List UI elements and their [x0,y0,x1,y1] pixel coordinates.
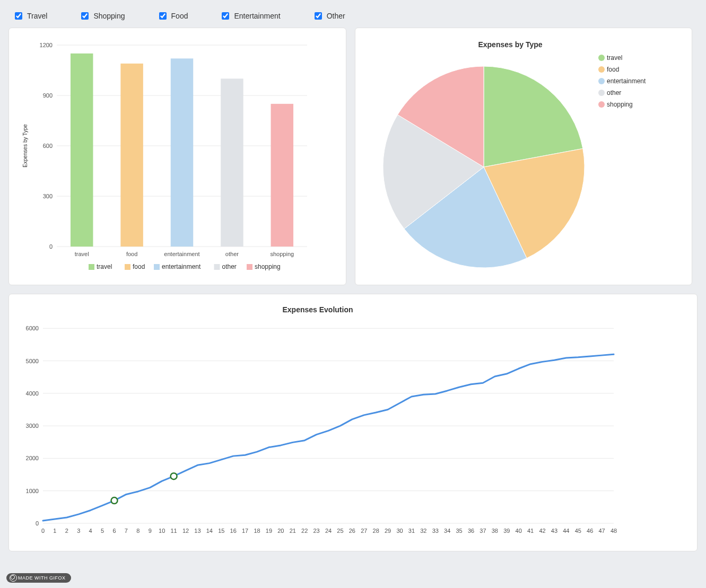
svg-text:37: 37 [480,528,486,534]
svg-text:1200: 1200 [40,42,53,48]
svg-text:food: food [607,66,619,73]
svg-point-107 [171,473,177,479]
svg-text:7: 7 [125,528,128,534]
svg-rect-27 [214,264,220,270]
filter-label: Entertainment [234,12,280,20]
svg-text:45: 45 [575,528,581,534]
svg-text:43: 43 [551,528,557,534]
svg-text:Expenses by Type: Expenses by Type [22,124,28,168]
svg-text:10: 10 [159,528,165,534]
svg-point-40 [598,101,605,108]
filter-label: Shopping [93,12,125,20]
svg-text:0: 0 [49,243,53,250]
filter-label: Other [327,12,345,20]
svg-text:shopping: shopping [270,251,294,257]
svg-text:40: 40 [516,528,522,534]
svg-text:5: 5 [101,528,104,534]
svg-text:3: 3 [77,528,80,534]
svg-rect-15 [171,58,193,247]
svg-text:29: 29 [385,528,391,534]
svg-text:33: 33 [432,528,439,534]
svg-text:0: 0 [41,528,45,534]
svg-point-34 [598,66,605,73]
filter-label: Food [171,12,188,20]
filter-travel[interactable]: Travel [13,11,47,21]
svg-text:900: 900 [43,92,53,99]
svg-text:30: 30 [396,528,403,534]
svg-text:44: 44 [563,528,569,534]
svg-rect-13 [120,64,143,247]
filter-food[interactable]: Food [157,11,188,21]
svg-text:Expenses Evolution: Expenses Evolution [282,305,353,314]
bar-chart: 03006009001200Expenses by Typetravelfood… [15,34,312,278]
svg-text:5000: 5000 [26,358,39,364]
svg-point-38 [598,90,605,96]
svg-text:18: 18 [254,528,260,534]
svg-text:39: 39 [503,528,510,534]
svg-text:4000: 4000 [26,390,39,397]
svg-text:food: food [126,251,137,257]
svg-text:47: 47 [598,528,605,534]
svg-text:48: 48 [611,528,617,534]
svg-text:entertainment: entertainment [607,77,646,85]
filter-shopping[interactable]: Shopping [79,11,125,21]
svg-text:31: 31 [408,528,415,534]
svg-text:13: 13 [194,528,201,534]
filter-entertainment[interactable]: Entertainment [220,11,280,21]
checkbox-food[interactable] [159,12,167,20]
svg-text:travel: travel [97,263,112,270]
svg-text:9: 9 [149,528,152,534]
svg-text:3000: 3000 [26,423,39,429]
line-chart: Expenses Evolution0100020003000400050006… [15,301,620,545]
svg-text:6000: 6000 [26,325,39,331]
svg-text:300: 300 [43,193,53,199]
checkbox-travel[interactable] [15,12,22,20]
svg-text:20: 20 [277,528,284,534]
filter-label: Travel [27,12,47,20]
pie-chart-card: Expenses by Typetravelfoodentertainmento… [355,28,693,285]
filter-other[interactable]: Other [312,11,345,21]
svg-text:35: 35 [456,528,462,534]
svg-text:42: 42 [539,528,545,534]
svg-text:other: other [607,89,621,96]
svg-text:shopping: shopping [607,101,633,108]
svg-text:0: 0 [36,520,39,526]
svg-rect-11 [71,54,93,247]
svg-rect-23 [125,264,130,270]
checkbox-other[interactable] [315,12,322,20]
svg-text:2000: 2000 [26,455,39,461]
svg-text:travel: travel [75,251,89,257]
checkbox-entertainment[interactable] [222,12,229,20]
svg-text:41: 41 [527,528,534,534]
svg-text:11: 11 [170,528,177,534]
svg-text:1: 1 [53,528,56,534]
svg-text:8: 8 [136,528,140,534]
checkbox-shopping[interactable] [81,12,89,20]
svg-text:16: 16 [230,528,237,534]
svg-rect-21 [89,264,94,270]
svg-point-106 [111,497,118,504]
svg-text:entertainment: entertainment [164,251,199,257]
svg-text:entertainment: entertainment [162,263,201,270]
svg-text:46: 46 [587,528,593,534]
svg-text:17: 17 [242,528,248,534]
svg-point-36 [598,78,605,84]
svg-rect-17 [221,78,243,247]
svg-text:12: 12 [182,528,189,534]
svg-text:1000: 1000 [26,488,39,494]
filter-bar: Travel Shopping Food Entertainment Other [8,8,698,28]
svg-text:27: 27 [361,528,367,534]
svg-rect-29 [247,264,252,270]
svg-text:26: 26 [349,528,355,534]
svg-text:4: 4 [89,528,92,534]
svg-point-32 [598,55,605,61]
svg-text:2: 2 [65,528,68,534]
svg-rect-19 [271,104,293,247]
svg-text:6: 6 [112,528,116,534]
svg-text:travel: travel [607,54,622,62]
svg-text:24: 24 [325,528,332,534]
svg-text:32: 32 [420,528,426,534]
svg-text:23: 23 [313,528,319,534]
svg-text:19: 19 [266,528,272,534]
svg-text:other: other [222,263,237,270]
